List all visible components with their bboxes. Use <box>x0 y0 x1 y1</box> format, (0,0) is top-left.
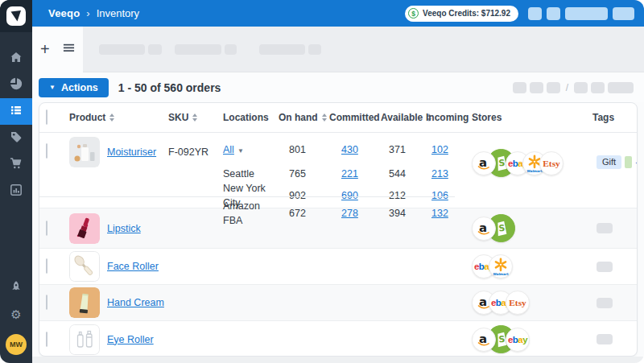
committed-link[interactable]: 221 <box>341 168 358 179</box>
sidebar-item-orders[interactable] <box>0 151 32 178</box>
incoming-link[interactable]: 132 <box>431 208 448 219</box>
tags-cell: Gift+ <box>592 133 638 169</box>
svg-text:Etsy: Etsy <box>543 158 560 167</box>
incoming-cell: 102 <box>426 142 472 156</box>
sidebar-item-reports[interactable] <box>0 178 32 204</box>
row-checkbox-cell <box>46 133 69 159</box>
credits-amount: Veeqo Credits: $712.92 <box>423 9 510 18</box>
pagination-placeholder[interactable] <box>530 82 543 93</box>
sidebar-item-home[interactable] <box>0 45 32 72</box>
tag-gift[interactable]: Gift <box>597 155 621 169</box>
toolbar: + <box>32 27 644 72</box>
available-cell: 544 <box>381 166 426 180</box>
amazon-store-icon[interactable]: a <box>472 328 496 352</box>
filter-placeholder[interactable] <box>175 44 221 55</box>
on-hand-cell: 801 <box>279 142 329 156</box>
sort-icon[interactable] <box>192 113 197 122</box>
filter-placeholder[interactable] <box>99 44 145 55</box>
product-image <box>69 287 100 318</box>
committed-link[interactable]: 278 <box>341 208 358 219</box>
column-header-incoming[interactable]: Incoming <box>426 112 472 123</box>
location-all-link[interactable]: All <box>223 144 234 155</box>
pagination-placeholder[interactable] <box>513 82 526 93</box>
actions-button[interactable]: ▼ Actions <box>39 78 109 97</box>
sidebar-item-whats-new[interactable] <box>0 274 32 301</box>
filter-placeholder[interactable] <box>225 44 237 55</box>
tags-cell <box>592 262 637 272</box>
column-header-stores[interactable]: Stores <box>472 112 592 123</box>
stores-cell: aS <box>472 214 592 242</box>
brand-name[interactable]: Veeqo <box>48 7 80 19</box>
etsy-store-icon[interactable]: Etsy <box>539 151 564 175</box>
topbar-button-1[interactable] <box>528 7 542 20</box>
filter-placeholder[interactable] <box>148 44 162 55</box>
filter-placeholder[interactable] <box>259 44 305 55</box>
column-header-locations[interactable]: Locations <box>223 112 279 123</box>
walmart-store-icon[interactable]: Walmart <box>489 254 513 278</box>
row-checkbox[interactable] <box>46 221 47 236</box>
sidebar-item-tags[interactable] <box>0 125 32 151</box>
column-header-tags[interactable]: Tags <box>592 112 637 123</box>
column-header-sku[interactable]: SKU <box>168 112 223 123</box>
product-link[interactable]: Moisturiser <box>107 146 156 158</box>
incoming-link[interactable]: 102 <box>431 144 448 155</box>
committed-link[interactable]: 430 <box>341 144 358 155</box>
sidebar-item-analytics[interactable] <box>0 72 32 98</box>
etsy-store-icon[interactable]: Etsy <box>506 291 530 315</box>
product-link[interactable]: Face Roller <box>107 261 159 272</box>
product-cell: Eye Roller <box>69 324 168 355</box>
row-checkbox[interactable] <box>46 332 47 347</box>
committed-cell: 221 <box>329 166 381 180</box>
topbar-button-2[interactable] <box>547 7 560 20</box>
column-header-on-hand[interactable]: On hand <box>279 112 329 123</box>
plus-icon[interactable]: + <box>40 41 50 57</box>
hamburger-list-icon[interactable] <box>63 42 75 57</box>
sort-icon[interactable] <box>109 113 114 122</box>
add-tag-button[interactable]: + <box>635 157 638 168</box>
pagination-placeholder[interactable] <box>608 82 634 93</box>
breadcrumb: Inventory <box>97 7 139 19</box>
table-row: Face RollerebayWalmart <box>39 249 637 285</box>
stores-cell: aSebay <box>472 325 592 353</box>
topbar-button-4[interactable] <box>613 7 634 20</box>
column-header-label: Locations <box>223 112 269 123</box>
sidebar-item-inventory[interactable] <box>0 98 32 125</box>
column-header-product[interactable]: Product <box>69 112 168 123</box>
product-link[interactable]: Hand Cream <box>107 297 164 308</box>
incoming-link[interactable]: 213 <box>431 168 448 179</box>
veeqo-credits-badge[interactable]: $ Veeqo Credits: $712.92 <box>405 6 518 22</box>
pagination-placeholder[interactable] <box>574 82 588 93</box>
mini-tag[interactable] <box>625 156 632 168</box>
row-checkbox[interactable] <box>46 295 47 310</box>
sort-icon[interactable] <box>322 113 327 122</box>
topbar-buttons <box>528 7 634 20</box>
column-header-label: Stores <box>472 112 502 123</box>
column-header-available[interactable]: Available <box>381 112 426 123</box>
header-checkbox-cell <box>46 110 69 125</box>
amazon-store-icon[interactable]: a <box>472 151 496 175</box>
pagination-placeholder[interactable] <box>591 82 605 93</box>
filter-placeholder[interactable] <box>308 44 321 55</box>
stores-cell: aSebayWalmartEtsy <box>472 133 592 177</box>
svg-text:S: S <box>498 223 506 234</box>
product-cell: Hand Cream <box>69 287 168 318</box>
select-all-checkbox[interactable] <box>46 109 47 125</box>
user-avatar[interactable]: MW <box>6 334 27 355</box>
veeqo-logo-icon[interactable] <box>0 0 32 32</box>
amazon-store-icon[interactable]: a <box>472 217 496 241</box>
ebay-store-icon[interactable]: ebay <box>506 328 530 352</box>
committed-cell: 278 <box>329 205 381 220</box>
row-checkbox[interactable] <box>46 143 47 159</box>
sidebar-item-settings[interactable]: ⚙ <box>0 301 32 328</box>
product-link[interactable]: Eye Roller <box>107 334 154 345</box>
topbar-button-3[interactable] <box>565 7 608 20</box>
chevron-down-icon[interactable]: ▼ <box>237 147 244 155</box>
pagination-placeholder[interactable] <box>547 82 560 93</box>
tags-cell <box>592 334 637 344</box>
row-checkbox[interactable] <box>46 258 47 274</box>
location-row: All▼801430371102 <box>223 133 472 165</box>
product-cell: Lipstick <box>69 213 168 244</box>
svg-text:Etsy: Etsy <box>509 298 526 307</box>
column-header-committed[interactable]: Committed <box>329 112 381 123</box>
product-link[interactable]: Lipstick <box>107 223 141 234</box>
